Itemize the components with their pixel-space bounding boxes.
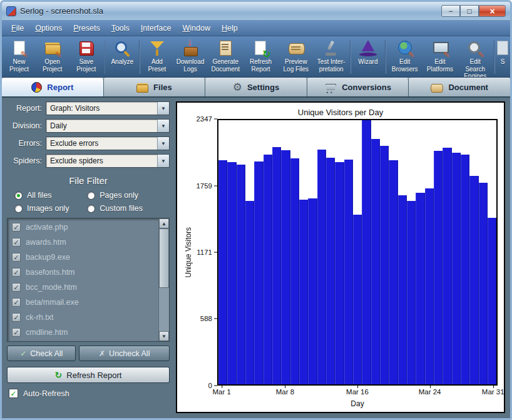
add-preset-funnel-icon: [147, 39, 167, 58]
window-controls: − □ ×: [441, 5, 506, 17]
scroll-up-button[interactable]: ▲: [159, 218, 169, 228]
report-pie-icon: [31, 82, 42, 93]
file-checkbox[interactable]: ✓: [12, 313, 21, 322]
app-icon: [6, 6, 16, 16]
menu-item-interface[interactable]: Interface: [135, 22, 177, 34]
menu-item-presets[interactable]: Presets: [68, 22, 105, 34]
close-button[interactable]: ×: [479, 5, 506, 17]
file-list: ✓activate.php✓awards.htm✓backup9.exe✓bas…: [7, 218, 170, 342]
field-row-errors: Errors:Exclude errors▼: [7, 136, 170, 150]
dropdown-arrow-button[interactable]: ▼: [157, 155, 169, 167]
tab-report[interactable]: Report: [2, 78, 104, 96]
file-checkbox[interactable]: ✓: [12, 298, 21, 307]
file-checkbox[interactable]: ✓: [12, 328, 21, 337]
y-tick-label: 2347: [196, 115, 212, 123]
toolbar-item-refresh-report[interactable]: Refresh Report: [243, 38, 278, 76]
file-row-basefonts-htm[interactable]: ✓basefonts.htm: [8, 265, 158, 280]
file-row-bcc-mode-htm[interactable]: ✓bcc_mode.htm: [8, 280, 158, 295]
toolbar-item-open-project[interactable]: Open Project: [35, 38, 69, 76]
radio-option-custom-files[interactable]: Custom files: [87, 204, 167, 213]
errors-dropdown[interactable]: Exclude errors▼: [46, 136, 170, 150]
file-filter-radios: All filesPages onlyImages onlyCustom fil…: [7, 191, 170, 213]
toolbar-item-edit-browsers[interactable]: Edit Browsers: [387, 38, 422, 76]
toolbar-item-generate-document[interactable]: Generate Document: [208, 38, 243, 76]
menu-item-help[interactable]: Help: [216, 22, 243, 34]
dropdown-arrow-button[interactable]: ▼: [157, 102, 169, 115]
toolbar-item-s[interactable]: S: [496, 38, 509, 76]
menu-bar: FileOptionsPresetsToolsInterfaceWindowHe…: [2, 21, 510, 36]
dropdown-arrow-button[interactable]: ▼: [157, 137, 169, 150]
file-filter-title: File Filter: [7, 175, 170, 186]
toolbar-item-edit-platforms[interactable]: Edit Platforms: [422, 38, 458, 76]
auto-refresh-row[interactable]: ✓ Auto-Refresh: [7, 389, 170, 398]
dropdown-arrow-button[interactable]: ▼: [157, 120, 169, 132]
toolbar-item-preview-log-files[interactable]: Preview Log Files: [279, 38, 314, 76]
toolbar-item-edit-search-engines[interactable]: Edit Search Engines: [458, 38, 493, 76]
tab-document[interactable]: Document: [409, 78, 510, 96]
chart-grid: Unique Visitors 0588117117592347 Mar 1Ma…: [183, 119, 498, 409]
toolbar-item-new-project[interactable]: New Project: [3, 38, 35, 76]
files-folder-icon: [136, 85, 148, 93]
scrollbar-thumb[interactable]: [159, 228, 169, 288]
tab-files[interactable]: Files: [104, 78, 206, 96]
y-tick-mark: [214, 252, 217, 253]
toolbar-item-test-inter-pretation[interactable]: Test Inter-pretation: [314, 38, 349, 76]
file-row-cmdline-htm[interactable]: ✓cmdline.htm: [8, 325, 158, 340]
file-row-ck-rh-txt[interactable]: ✓ck-rh.txt: [8, 310, 158, 325]
bar-day-17: [362, 120, 371, 384]
x-tick-label: Mar 24: [419, 388, 441, 396]
file-row-activate-php[interactable]: ✓activate.php: [8, 220, 158, 235]
cross-icon: ✗: [99, 349, 105, 358]
menu-item-options[interactable]: Options: [29, 22, 68, 34]
maximize-button[interactable]: □: [460, 5, 479, 17]
field-row-report: Report:Graph: Visitors▼: [7, 101, 170, 115]
check-all-button[interactable]: ✓ Check All: [7, 346, 76, 361]
report-dropdown[interactable]: Graph: Visitors▼: [46, 101, 170, 115]
file-rows: ✓activate.php✓awards.htm✓backup9.exe✓bas…: [8, 218, 158, 341]
toolbar-item-download-logs[interactable]: Download Logs: [173, 38, 208, 76]
bar-day-7: [272, 147, 281, 384]
tab-conversions[interactable]: Conversions: [307, 78, 409, 96]
division-dropdown[interactable]: Daily▼: [46, 119, 170, 133]
minimize-button[interactable]: −: [441, 5, 460, 17]
bar-day-31: [488, 218, 496, 384]
scrollbar-track[interactable]: [159, 228, 169, 331]
scroll-down-button[interactable]: ▼: [159, 331, 169, 341]
auto-refresh-checkbox[interactable]: ✓: [9, 389, 18, 398]
file-checkbox[interactable]: ✓: [12, 238, 21, 247]
spiders-dropdown[interactable]: Exclude spiders▼: [46, 154, 170, 168]
menu-item-tools[interactable]: Tools: [106, 22, 135, 34]
file-row-beta-mmail-exe[interactable]: ✓beta/mmail.exe: [8, 295, 158, 310]
radio-option-pages-only[interactable]: Pages only: [87, 191, 167, 200]
file-checkbox[interactable]: ✓: [12, 268, 21, 277]
file-row-awards-htm[interactable]: ✓awards.htm: [8, 235, 158, 250]
field-label-report: Report:: [7, 104, 46, 113]
menu-item-file[interactable]: File: [6, 22, 29, 34]
y-tick-label: 0: [208, 382, 212, 389]
toolbar-item-add-preset[interactable]: Add Preset: [141, 38, 173, 76]
title-bar[interactable]: Serlog - screenshot.sla − □ ×: [2, 2, 510, 21]
file-checkbox[interactable]: ✓: [12, 253, 21, 262]
uncheck-all-button[interactable]: ✗ Uncheck All: [79, 346, 170, 361]
y-tick-mark: [214, 185, 217, 186]
toolbar-item-wizard[interactable]: Wizard: [352, 38, 384, 76]
field-label-division: Division:: [7, 121, 46, 130]
toolbar-item-analyze[interactable]: Analyze: [106, 38, 138, 76]
radio-option-images-only[interactable]: Images only: [14, 204, 87, 213]
file-row-backup9-exe[interactable]: ✓backup9.exe: [8, 250, 158, 265]
generate-document-icon: [215, 39, 235, 58]
radio-icon: [87, 205, 95, 213]
y-tick-mark: [214, 319, 217, 319]
plot-area: [217, 119, 498, 386]
tab-settings[interactable]: Settings: [205, 78, 307, 96]
refresh-report-button[interactable]: ↻ Refresh Report: [7, 367, 170, 383]
menu-item-window[interactable]: Window: [177, 22, 215, 34]
toolbar-item-save-project[interactable]: Save Project: [69, 38, 103, 76]
bar-day-18: [371, 139, 380, 384]
chart-panel: Unique Visitors per Day Unique Visitors …: [176, 101, 505, 413]
file-checkbox[interactable]: ✓: [12, 283, 21, 292]
file-list-scrollbar[interactable]: ▲ ▼: [158, 218, 169, 341]
window-title: Serlog - screenshot.sla: [20, 6, 103, 16]
file-checkbox[interactable]: ✓: [12, 223, 21, 232]
radio-option-all-files[interactable]: All files: [14, 191, 87, 200]
